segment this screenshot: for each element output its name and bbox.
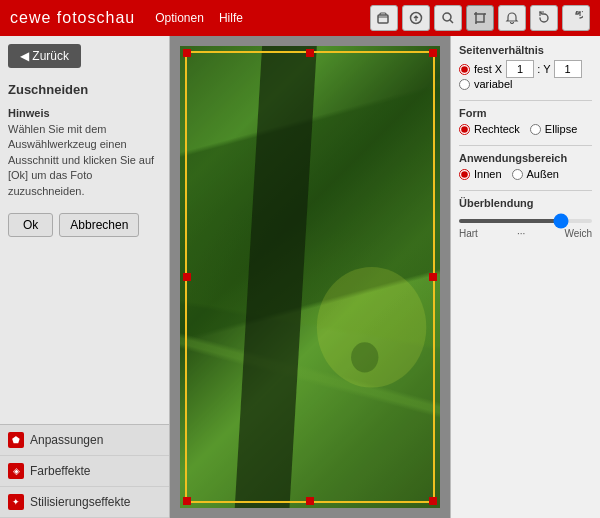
header: cewe fotoschau Optionen Hilfe <box>0 0 600 36</box>
stilisierungseffekte-icon: ✦ <box>8 494 24 510</box>
innen-label: Innen <box>474 168 502 180</box>
crop-handle-br[interactable] <box>429 497 437 505</box>
seitenverhaeltnis-section: Seitenverhältnis fest X : Y variabel <box>459 44 592 90</box>
ellipse-row: Ellipse <box>530 123 577 135</box>
slider-dots: ··· <box>517 228 525 239</box>
ratio-x-input[interactable] <box>506 60 534 78</box>
farbeffekte-icon: ◈ <box>8 463 24 479</box>
crop-button[interactable] <box>466 5 494 31</box>
sidebar-item-stilisierungseffekte[interactable]: ✦ Stilisierungseffekte <box>0 487 169 518</box>
rechteck-label: Rechteck <box>474 123 520 135</box>
ratio-inputs: : Y <box>506 60 581 78</box>
photo-background <box>180 46 440 508</box>
crop-handle-bl[interactable] <box>183 497 191 505</box>
slider-labels: Hart ··· Weich <box>459 228 592 239</box>
header-toolbar <box>370 5 590 31</box>
sidebar-item-label: Farbeffekte <box>30 464 90 478</box>
anpassungen-icon: ⬟ <box>8 432 24 448</box>
section-title: Zuschneiden <box>0 76 169 101</box>
ratio-y-input[interactable] <box>554 60 582 78</box>
aussen-row: Außen <box>512 168 559 180</box>
svg-line-3 <box>450 20 453 23</box>
sidebar-item-farbeffekte[interactable]: ◈ Farbeffekte <box>0 456 169 487</box>
svg-rect-0 <box>378 15 388 23</box>
svg-point-2 <box>443 13 451 21</box>
fest-label: fest X <box>474 63 502 75</box>
redo-button[interactable] <box>562 5 590 31</box>
crop-handle-mr[interactable] <box>429 273 437 281</box>
y-label: Y <box>543 63 550 75</box>
bell-button[interactable] <box>498 5 526 31</box>
variabel-radio[interactable] <box>459 79 470 90</box>
seitenverhaeltnis-title: Seitenverhältnis <box>459 44 592 56</box>
action-buttons: Ok Abbrechen <box>0 205 169 245</box>
logo-cewe: cewe <box>10 9 51 26</box>
aussen-label: Außen <box>527 168 559 180</box>
aussen-radio[interactable] <box>512 169 523 180</box>
undo-button[interactable] <box>530 5 558 31</box>
nav-hilfe[interactable]: Hilfe <box>219 11 243 25</box>
form-section: Form Rechteck Ellipse <box>459 107 592 135</box>
sidebar-bottom: ⬟ Anpassungen ◈ Farbeffekte ✦ Stilisieru… <box>0 424 169 518</box>
hint-label: Hinweis <box>8 107 161 119</box>
anwendungsbereich-radio-row: Innen Außen <box>459 168 592 180</box>
crop-selection[interactable] <box>185 51 435 503</box>
ueberblendung-slider[interactable] <box>459 219 592 223</box>
crop-handle-tm[interactable] <box>306 49 314 57</box>
app-logo: cewe fotoschau <box>10 9 135 27</box>
rechteck-row: Rechteck <box>459 123 520 135</box>
photo-container <box>180 46 440 508</box>
ueberblendung-section: Überblendung Hart ··· Weich <box>459 197 592 239</box>
variabel-label: variabel <box>474 78 513 90</box>
ratio-separator: : <box>537 63 540 75</box>
upload-button[interactable] <box>402 5 430 31</box>
variabel-row: variabel <box>459 78 592 90</box>
logo-fotoschau: fotoschau <box>51 9 135 26</box>
form-radio-row: Rechteck Ellipse <box>459 123 592 135</box>
ellipse-label: Ellipse <box>545 123 577 135</box>
sidebar-item-label: Stilisierungseffekte <box>30 495 131 509</box>
header-nav: Optionen Hilfe <box>155 11 243 25</box>
crop-handle-ml[interactable] <box>183 273 191 281</box>
search-button[interactable] <box>434 5 462 31</box>
svg-rect-4 <box>476 14 484 22</box>
hint-text: Wählen Sie mit dem Auswählwerkzeug einen… <box>8 122 161 199</box>
nav-optionen[interactable]: Optionen <box>155 11 204 25</box>
main-layout: ◀ Zurück Zuschneiden Hinweis Wählen Sie … <box>0 36 600 518</box>
cancel-button[interactable]: Abbrechen <box>59 213 139 237</box>
hart-label: Hart <box>459 228 478 239</box>
hint-box: Hinweis Wählen Sie mit dem Auswählwerkze… <box>0 101 169 205</box>
crop-handle-tr[interactable] <box>429 49 437 57</box>
anwendungsbereich-section: Anwendungsbereich Innen Außen <box>459 152 592 180</box>
canvas-area[interactable] <box>170 36 450 518</box>
back-button[interactable]: ◀ Zurück <box>8 44 81 68</box>
fest-row: fest X : Y <box>459 60 592 78</box>
crop-handle-bm[interactable] <box>306 497 314 505</box>
right-panel: Seitenverhältnis fest X : Y variabel For… <box>450 36 600 518</box>
fest-radio[interactable] <box>459 64 470 75</box>
weich-label: Weich <box>564 228 592 239</box>
open-file-button[interactable] <box>370 5 398 31</box>
sidebar-item-label: Anpassungen <box>30 433 103 447</box>
innen-row: Innen <box>459 168 502 180</box>
ellipse-radio[interactable] <box>530 124 541 135</box>
crop-handle-tl[interactable] <box>183 49 191 57</box>
rechteck-radio[interactable] <box>459 124 470 135</box>
ueberblendung-title: Überblendung <box>459 197 592 209</box>
anwendungsbereich-title: Anwendungsbereich <box>459 152 592 164</box>
left-sidebar: ◀ Zurück Zuschneiden Hinweis Wählen Sie … <box>0 36 170 518</box>
ok-button[interactable]: Ok <box>8 213 53 237</box>
innen-radio[interactable] <box>459 169 470 180</box>
slider-container <box>459 213 592 225</box>
form-title: Form <box>459 107 592 119</box>
sidebar-item-anpassungen[interactable]: ⬟ Anpassungen <box>0 425 169 456</box>
